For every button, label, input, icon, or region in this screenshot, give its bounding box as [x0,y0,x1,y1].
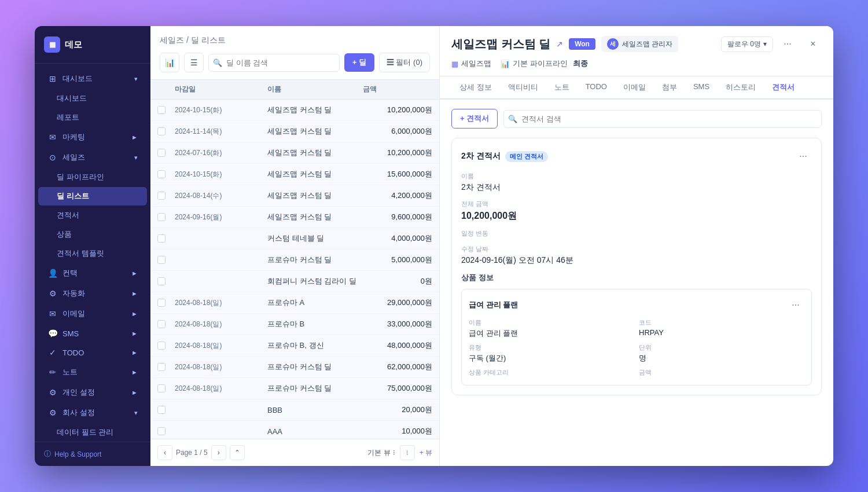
add-view-button[interactable]: + 뷰 [420,448,432,458]
row-checkbox[interactable] [157,427,165,435]
table-row[interactable]: 2024-10-15(화) 세일즈맵 커스텀 딜 15,600,000원 [150,164,439,185]
quote-search-input[interactable] [503,110,822,128]
row-amount: 5,000,000원 [363,255,432,265]
sidebar-item-quote-template[interactable]: 견적서 템플릿 [38,244,147,263]
prev-page-button[interactable]: ‹ [157,445,172,460]
sidebar-nav: ⊞ 대시보드 ▾ 대시보드 레포트 ✉ 마케팅 ► ⊙ 세일즈 ▾ [35,64,150,442]
product-category-field: 상품 카테고리 [469,368,634,378]
add-deal-button[interactable]: + 딜 [344,53,374,72]
quote-more-button[interactable]: ··· [795,148,812,165]
help-support[interactable]: ⓘ Help & Support [35,442,150,466]
sidebar-item-todo[interactable]: ✓ TODO ► [38,343,147,362]
table-row[interactable]: 2024-10-15(화) 세일즈맵 커스텀 딜 10,200,000원 [150,100,439,121]
sidebar-item-dashboard[interactable]: ⊞ 대시보드 ▾ [38,69,147,89]
quote-search-icon: 🔍 [508,115,517,123]
tab-note[interactable]: 노트 [546,76,578,100]
sidebar-item-marketing[interactable]: ✉ 마케팅 ► [38,127,147,147]
list-view-button[interactable]: ☰ [184,53,204,72]
follow-button[interactable]: 팔로우 0명 ▾ [721,36,773,52]
row-checkbox[interactable] [157,213,165,221]
row-checkbox[interactable] [157,256,165,264]
help-label: Help & Support [54,450,101,458]
quote-name-field: 이름 2차 견적서 [461,172,812,193]
main-quote-badge: 메인 견적서 [505,151,548,162]
tab-history[interactable]: 히스토리 [718,76,764,100]
table-row[interactable]: 2024-08-18(일) 프로슈마 A 29,000,000원 [150,292,439,314]
row-checkbox[interactable] [157,299,165,307]
sidebar-item-report[interactable]: 레포트 [38,108,147,127]
chevron-down-icon: ▾ [134,154,138,161]
detail-panel: 세일즈맵 커스텀 딜 ↗ Won 세 세일즈맵 관리자 팔로우 0명 ▾ ···… [440,26,833,466]
add-quote-button[interactable]: + 견적서 [451,109,498,128]
tab-sms[interactable]: SMS [685,76,718,100]
tab-attachment[interactable]: 첨부 [654,76,685,100]
sidebar-item-product[interactable]: 상품 [38,225,147,244]
row-checkbox[interactable] [157,277,165,285]
external-link-icon[interactable]: ↗ [556,39,563,49]
tab-email[interactable]: 이메일 [615,76,654,100]
sidebar-item-automation[interactable]: ⚙ 자동화 ► [38,284,147,303]
quote-card-header: 2차 견적서 메인 견적서 ··· [461,148,812,165]
sidebar-item-label: 노트 [62,367,78,377]
row-checkbox[interactable] [157,149,165,157]
sidebar-item-deal-pipeline[interactable]: 딜 파이프라인 [38,168,147,186]
more-options-button[interactable]: ··· [779,35,796,53]
table-row[interactable]: 2024-09-16(월) 세일즈맵 커스텀 딜 9,600,000원 [150,207,439,228]
filter-button[interactable]: ☰ 필터 (0) [379,53,430,72]
sidebar-item-dashboard-home[interactable]: 대시보드 [38,89,147,108]
sidebar-item-data-field[interactable]: 데이터 필드 관리 [38,423,147,442]
tab-quote[interactable]: 견적서 [764,76,803,100]
deal-search-input[interactable] [208,54,340,72]
sidebar-item-sms[interactable]: 💬 SMS ► [38,324,147,343]
sidebar-item-company-settings[interactable]: ⚙ 회사 설정 ▾ [38,403,147,423]
row-checkbox[interactable] [157,170,165,178]
row-checkbox[interactable] [157,342,165,350]
row-checkbox[interactable] [157,384,165,392]
sidebar-item-personal-settings[interactable]: ⚙ 개인 설정 ► [38,383,147,402]
sidebar-item-quote[interactable]: 견적서 [38,206,147,225]
quote-name-value: 2차 견적서 [461,182,812,193]
row-checkbox[interactable] [157,106,165,114]
view-label: 기본 뷰 ⁝ [367,448,395,458]
view-settings-button[interactable]: ⁝ [400,445,415,460]
dashboard-icon: ⊞ [47,74,58,83]
table-row[interactable]: 2024-08-18(일) 프로슈마 B, 갱신 48,000,000원 [150,335,439,357]
table-row[interactable]: 2024-08-14(수) 세일즈맵 커스텀 딜 4,200,000원 [150,185,439,207]
product-more-button[interactable]: ··· [787,296,804,314]
table-row[interactable]: BBB 20,000원 [150,399,439,421]
product-grid: 이름 급여 관리 플랜 코드 HRPAY 유형 구독 (월간) 단위 [469,318,804,378]
sidebar-item-contact[interactable]: 👤 컨택 ► [38,263,147,283]
close-button[interactable]: × [804,35,822,53]
row-checkbox[interactable] [157,234,165,243]
next-page-button[interactable]: › [211,445,226,460]
chart-view-button[interactable]: 📊 [160,53,179,72]
table-row[interactable]: 2024-08-18(일) 프로슈마 커스텀 딜 75,000,000원 [150,378,439,399]
sidebar-subitem-label: 레포트 [57,112,79,123]
tab-activity[interactable]: 액티비티 [500,76,546,100]
row-name: 회컴퍼니 커스텀 김라이 딜 [267,276,363,287]
table-row[interactable]: AAA 10,000원 [150,421,439,439]
sms-icon: 💬 [47,329,58,338]
sidebar-item-deal-list[interactable]: 딜 리스트 [38,187,147,205]
meta-pipeline: 📊 기본 파이프라인 최종 [501,58,588,69]
table-row[interactable]: 2024-07-16(화) 세일즈맵 커스텀 딜 10,200,000원 [150,142,439,164]
sidebar-item-email[interactable]: ✉ 이메일 ► [38,304,147,324]
table-row[interactable]: 2024-08-18(일) 프로슈마 B 33,000,000원 [150,314,439,335]
row-checkbox[interactable] [157,192,165,200]
sidebar-item-sales[interactable]: ⊙ 세일즈 ▾ [38,148,147,167]
table-row[interactable]: 2024-11-14(목) 세일즈맵 커스텀 딜 6,000,000원 [150,121,439,142]
quote-total-label: 전체 금액 [461,200,812,208]
tab-detail-info[interactable]: 상세 정보 [451,76,500,100]
table-row[interactable]: 회컴퍼니 커스텀 김라이 딜 0원 [150,271,439,292]
row-checkbox[interactable] [157,363,165,371]
tab-todo[interactable]: TODO [578,76,615,100]
quote-search-wrap: 🔍 [503,110,822,128]
row-checkbox[interactable] [157,127,165,135]
table-row[interactable]: 커스텀 테네블 딜 4,000,000원 [150,228,439,249]
table-row[interactable]: 2024-08-18(일) 프로슈마 커스텀 딜 62,000,000원 [150,357,439,378]
expand-page-button[interactable]: ⌃ [230,445,245,460]
row-checkbox[interactable] [157,406,165,414]
row-checkbox[interactable] [157,320,165,328]
table-row[interactable]: 프로슈마 커스텀 딜 5,000,000원 [150,249,439,271]
sidebar-item-note[interactable]: ✏ 노트 ► [38,362,147,382]
